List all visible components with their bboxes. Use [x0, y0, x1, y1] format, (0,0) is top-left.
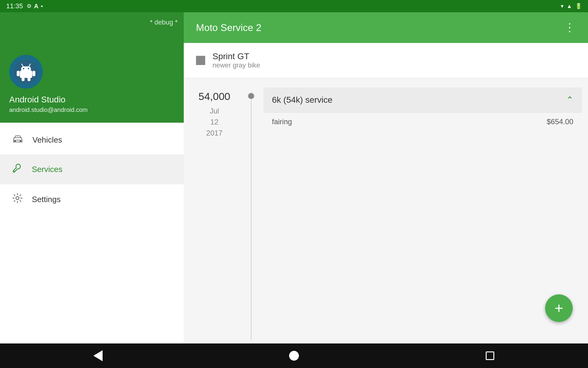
user-name: Android Studio — [9, 95, 175, 105]
nav-item-settings[interactable]: Settings — [0, 184, 184, 214]
service-card: 6k (54k) service ⌃ fairing $654.00 — [263, 87, 582, 133]
content-area: Moto Service 2 ⋮ Sprint GT newer gray bi… — [184, 12, 588, 350]
home-icon — [289, 351, 299, 361]
svg-rect-7 — [17, 71, 20, 76]
nav-label-settings: Settings — [32, 195, 61, 204]
avatar — [9, 55, 43, 89]
svg-point-11 — [14, 140, 16, 142]
svg-rect-2 — [21, 66, 31, 72]
svg-point-12 — [20, 140, 21, 142]
date-day: 12 — [210, 118, 219, 126]
car-icon — [12, 134, 23, 146]
service-card-header[interactable]: 6k (54k) service ⌃ — [263, 87, 582, 112]
service-title: 6k (54k) service — [272, 95, 333, 105]
nav-item-services[interactable]: Services — [0, 154, 184, 184]
user-email: android.studio@android.com — [9, 106, 175, 113]
drawer-header: * debug * — [0, 12, 184, 123]
timeline-dot — [248, 93, 254, 99]
a-icon: A — [34, 3, 38, 10]
wifi-icon: ▾ — [561, 3, 564, 10]
svg-point-3 — [23, 68, 24, 69]
svg-point-13 — [14, 171, 15, 172]
sd-icon: ▪ — [41, 3, 43, 10]
svg-rect-10 — [28, 77, 31, 81]
overflow-menu-button[interactable]: ⋮ — [564, 21, 576, 34]
svg-rect-8 — [32, 71, 36, 76]
recent-button[interactable] — [478, 343, 502, 368]
odometer-reading: 54,000 — [198, 90, 230, 102]
wrench-icon — [12, 163, 23, 176]
avatar-container — [9, 55, 175, 89]
app-title: Moto Service 2 — [196, 22, 261, 33]
back-icon — [93, 350, 103, 361]
drawer: * debug * — [0, 12, 184, 350]
status-bar: 11:35 ⚙ A ▪ ▾ ▲ 🔋 — [0, 0, 588, 12]
svg-point-14 — [16, 197, 19, 200]
vehicle-card: Sprint GT newer gray bike — [184, 43, 588, 78]
status-time: 11:35 — [6, 2, 23, 10]
main-layout: * debug * — [0, 12, 588, 350]
status-icons: ⚙ A ▪ — [27, 3, 43, 10]
back-button[interactable] — [86, 343, 110, 368]
service-item-0: fairing $654.00 — [263, 112, 582, 133]
fab-add-icon: + — [555, 301, 563, 316]
battery-icon: 🔋 — [575, 3, 582, 10]
settings-icon: ⚙ — [27, 3, 32, 10]
service-date: Jul 12 2017 — [206, 105, 222, 139]
drawer-nav: Vehicles Services — [0, 123, 184, 350]
service-card-area: 6k (54k) service ⌃ fairing $654.00 — [257, 87, 588, 340]
nav-label-vehicles: Vehicles — [32, 135, 62, 145]
recent-icon — [486, 351, 494, 360]
status-bar-right: ▾ ▲ 🔋 — [561, 3, 582, 10]
service-item-cost: $654.00 — [547, 117, 573, 126]
timeline-left: 54,000 Jul 12 2017 — [184, 87, 245, 340]
service-item-name: fairing — [272, 117, 292, 126]
vehicle-description: newer gray bike — [213, 61, 260, 69]
svg-point-4 — [28, 68, 29, 69]
nav-bar — [0, 343, 588, 368]
nav-item-vehicles[interactable]: Vehicles — [0, 126, 184, 154]
debug-label: * debug * — [150, 18, 178, 26]
vehicle-name: Sprint GT — [213, 52, 260, 61]
signal-icon: ▲ — [567, 3, 572, 10]
svg-rect-9 — [22, 77, 25, 81]
vehicle-info: Sprint GT newer gray bike — [213, 52, 260, 69]
android-logo — [14, 59, 38, 84]
gear-icon — [12, 193, 23, 206]
timeline-line — [251, 100, 251, 340]
fab-add-button[interactable]: + — [545, 294, 573, 322]
home-button[interactable] — [282, 343, 306, 368]
vehicle-color-swatch — [196, 56, 205, 65]
chevron-up-icon: ⌃ — [566, 95, 573, 105]
status-bar-left: 11:35 ⚙ A ▪ — [6, 2, 43, 10]
timeline-dot-col — [245, 87, 257, 340]
date-month: Jul — [210, 107, 219, 115]
timeline-area: 54,000 Jul 12 2017 6k (54k) service ⌃ — [184, 78, 588, 350]
app-bar: Moto Service 2 ⋮ — [184, 12, 588, 43]
date-year: 2017 — [206, 129, 222, 137]
nav-label-services: Services — [32, 165, 62, 174]
